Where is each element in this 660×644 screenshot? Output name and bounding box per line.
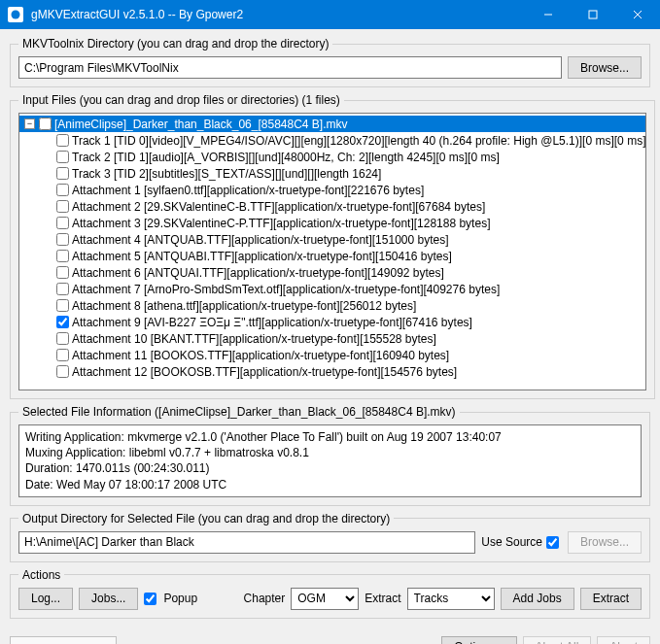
tree-item-label: Attachment 8 [athena.ttf][application/x-… xyxy=(72,299,416,313)
tree-item-check[interactable] xyxy=(56,266,69,279)
actions-group: Actions Log... Jobs... Popup Chapter OGM… xyxy=(10,568,650,619)
tree-item-label: Attachment 11 [BOOKOS.TTF][application/x… xyxy=(72,349,449,362)
tree-item[interactable]: Attachment 7 [ArnoPro-SmbdSmText.otf][ap… xyxy=(19,281,645,297)
tree-item-check[interactable] xyxy=(56,349,69,361)
popup-label: Popup xyxy=(163,592,197,605)
tree-item[interactable]: Attachment 5 [ANTQUABI.TTF][application/… xyxy=(19,248,645,264)
output-dir-legend: Output Directory for Selected File (you … xyxy=(18,512,394,525)
abort-all-button: Abort All xyxy=(523,636,592,644)
tree-item[interactable]: Attachment 8 [athena.ttf][application/x-… xyxy=(19,297,645,314)
output-dir-input[interactable] xyxy=(18,531,475,554)
maximize-button[interactable] xyxy=(571,0,615,29)
output-browse-button: Browse... xyxy=(568,531,642,554)
tree-item-label: Attachment 3 [29.SKValentineC-P.TTF][app… xyxy=(72,217,490,230)
tree-item-check[interactable] xyxy=(56,217,69,229)
tree-item[interactable]: Attachment 2 [29.SKValentineC-B.TTF][app… xyxy=(19,198,645,215)
file-info-legend: Selected File Information ([AnimeClipse]… xyxy=(18,405,460,419)
tree-item-check[interactable] xyxy=(56,250,69,262)
tree-item[interactable]: Attachment 3 [29.SKValentineC-P.TTF][app… xyxy=(19,215,645,231)
extract-button[interactable]: Extract xyxy=(580,588,642,610)
file-info-line: Writing Application: mkvmerge v2.1.0 ('A… xyxy=(25,429,635,445)
options-button[interactable]: Options... xyxy=(441,636,516,644)
tree-root-label: [AnimeClipse]_Darker_than_Black_06_[8584… xyxy=(54,118,348,131)
mkvtoolnix-dir-legend: MKVToolnix Directory (you can drag and d… xyxy=(18,37,332,51)
tree-item[interactable]: Track 2 [TID 1][audio][A_VORBIS][][und][… xyxy=(19,149,645,165)
file-info-line: Date: Wed May 07 18:00:17 2008 UTC xyxy=(25,477,635,492)
tree-item[interactable]: Attachment 12 [BOOKOSB.TTF][application/… xyxy=(19,363,645,380)
tree-root-check[interactable] xyxy=(39,118,52,130)
tree-item-check[interactable] xyxy=(56,151,69,163)
tree-item-label: Attachment 10 [BKANT.TTF][application/x-… xyxy=(72,332,436,346)
tree-item-check[interactable] xyxy=(56,365,69,378)
tree-item-check[interactable] xyxy=(56,299,69,312)
add-jobs-button[interactable]: Add Jobs xyxy=(501,588,574,610)
tree-item-check[interactable] xyxy=(56,283,69,295)
popup-checkbox[interactable]: Popup xyxy=(144,592,197,605)
file-info-line: Duration: 1470.011s (00:24:30.011) xyxy=(25,460,635,476)
tree-item-check[interactable] xyxy=(56,316,69,328)
actions-legend: Actions xyxy=(18,568,64,582)
minimize-button[interactable] xyxy=(526,0,571,29)
log-button[interactable]: Log... xyxy=(18,588,73,610)
tree-item[interactable]: Track 1 [TID 0][video][V_MPEG4/ISO/AVC][… xyxy=(19,132,645,149)
progress-placeholder xyxy=(10,636,117,644)
tree-item[interactable]: Attachment 11 [BOOKOS.TTF][application/x… xyxy=(19,347,645,363)
abort-button: Abort xyxy=(597,636,650,644)
popup-check[interactable] xyxy=(144,593,156,605)
output-dir-group: Output Directory for Selected File (you … xyxy=(10,512,650,562)
use-source-checkbox[interactable]: Use Source xyxy=(481,535,562,549)
svg-point-0 xyxy=(12,11,20,19)
window-title: gMKVExtractGUI v2.5.1.0 -- By Gpower2 xyxy=(31,8,526,21)
input-files-group: Input Files (you can drag and drop files… xyxy=(10,93,655,399)
tree-item-label: Attachment 6 [ANTQUAI.TTF][application/x… xyxy=(72,266,444,280)
tree-item-check[interactable] xyxy=(56,233,69,246)
mkvtoolnix-dir-input[interactable] xyxy=(18,56,562,79)
svg-rect-2 xyxy=(589,11,597,18)
tree-item[interactable]: Attachment 10 [BKANT.TTF][application/x-… xyxy=(19,330,645,347)
use-source-label: Use Source xyxy=(481,535,542,549)
tree-item-label: Attachment 7 [ArnoPro-SmbdSmText.otf][ap… xyxy=(72,283,500,296)
tree-item-label: Attachment 1 [sylfaen0.ttf][application/… xyxy=(72,184,424,197)
tree-root-node[interactable]: [AnimeClipse]_Darker_than_Black_06_[8584… xyxy=(19,116,645,132)
tree-item-check[interactable] xyxy=(56,332,69,345)
extract-mode-select[interactable]: Tracks xyxy=(407,588,495,610)
tree-item-label: Attachment 9 [AVI-B227 ΞΟΞμ Ξ".ttf][appl… xyxy=(72,316,472,329)
app-icon xyxy=(8,7,23,22)
tree-item-check[interactable] xyxy=(56,200,69,213)
tree-item-check[interactable] xyxy=(56,184,69,196)
file-info-line: Muxing Application: libebml v0.7.7 + lib… xyxy=(25,445,635,460)
tree-item-label: Track 3 [TID 2][subtitles][S_TEXT/ASS][]… xyxy=(72,167,381,181)
jobs-button[interactable]: Jobs... xyxy=(79,588,138,610)
tree-item-label: Attachment 4 [ANTQUAB.TTF][application/x… xyxy=(72,233,449,247)
mkvtoolnix-browse-button[interactable]: Browse... xyxy=(568,56,642,79)
file-info-box: Writing Application: mkvmerge v2.1.0 ('A… xyxy=(18,424,642,497)
tree-item[interactable]: Attachment 6 [ANTQUAI.TTF][application/x… xyxy=(19,264,645,281)
tree-item[interactable]: Attachment 4 [ANTQUAB.TTF][application/x… xyxy=(19,231,645,248)
tree-item[interactable]: Attachment 9 [AVI-B227 ΞΟΞμ Ξ".ttf][appl… xyxy=(19,314,645,330)
extract-mode-label: Extract xyxy=(365,592,400,605)
tree-item-check[interactable] xyxy=(56,167,69,180)
file-info-group: Selected File Information ([AnimeClipse]… xyxy=(10,405,650,506)
expander-icon[interactable] xyxy=(24,119,35,129)
tree-item-label: Attachment 2 [29.SKValentineC-B.TTF][app… xyxy=(72,200,485,214)
tree-item-label: Attachment 5 [ANTQUABI.TTF][application/… xyxy=(72,250,452,263)
bottom-bar: Options... Abort All Abort xyxy=(0,632,660,644)
tree-item-check[interactable] xyxy=(56,134,69,147)
titlebar: gMKVExtractGUI v2.5.1.0 -- By Gpower2 xyxy=(0,0,660,29)
use-source-check[interactable] xyxy=(546,536,559,549)
tree-item-label: Attachment 12 [BOOKOSB.TTF][application/… xyxy=(72,365,457,379)
input-files-tree[interactable]: [AnimeClipse]_Darker_than_Black_06_[8584… xyxy=(18,113,646,390)
input-files-legend: Input Files (you can drag and drop files… xyxy=(18,93,344,107)
tree-item[interactable]: Attachment 1 [sylfaen0.ttf][application/… xyxy=(19,182,645,198)
close-button[interactable] xyxy=(615,0,660,29)
tree-item-label: Track 1 [TID 0][video][V_MPEG4/ISO/AVC][… xyxy=(72,134,645,148)
chapter-label: Chapter xyxy=(244,592,286,605)
mkvtoolnix-dir-group: MKVToolnix Directory (you can drag and d… xyxy=(10,37,650,87)
chapter-select[interactable]: OGM xyxy=(291,588,359,610)
tree-item-label: Track 2 [TID 1][audio][A_VORBIS][][und][… xyxy=(72,151,500,164)
tree-item[interactable]: Track 3 [TID 2][subtitles][S_TEXT/ASS][]… xyxy=(19,165,645,182)
